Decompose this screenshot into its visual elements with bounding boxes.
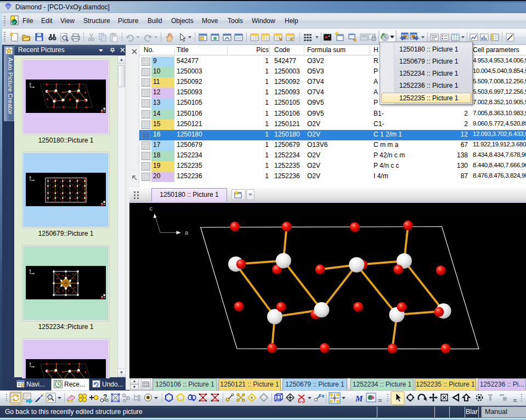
svg-text:a: a	[185, 229, 189, 236]
svg-text:M: M	[355, 394, 363, 403]
svg-text:c: c	[150, 205, 153, 212]
svg-text:Fe: Fe	[319, 393, 325, 399]
